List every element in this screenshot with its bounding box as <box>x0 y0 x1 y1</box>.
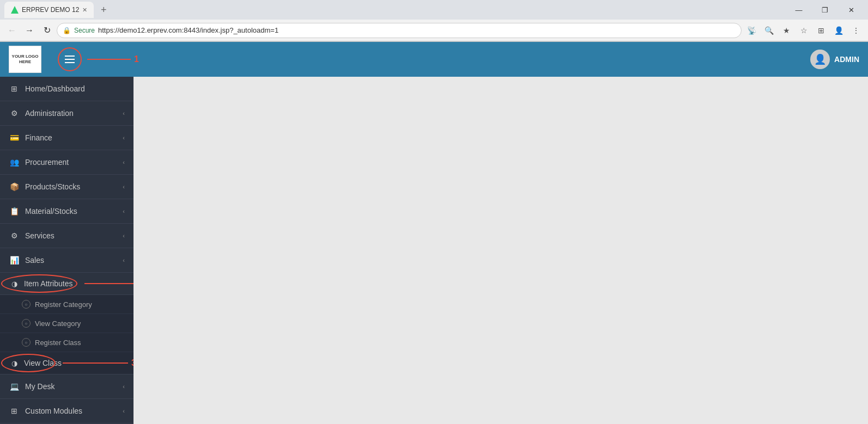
sidebar-item-services[interactable]: ⚙ Services ‹ <box>0 224 133 248</box>
admin-label: ADMIN <box>834 55 859 64</box>
secure-icon: 🔒 <box>63 27 71 34</box>
sidebar-item-home[interactable]: ⊞ Home/Dashboard <box>0 77 133 101</box>
chevron-icon: ‹ <box>123 257 125 263</box>
zoom-button[interactable]: 🔍 <box>761 23 776 38</box>
url-text: https://demo12.erprev.com:8443/index.jsp… <box>98 26 736 34</box>
sidebar-item-label: Products/Stocks <box>25 182 123 191</box>
annotation-2: 2 <box>84 279 133 288</box>
sidebar-subitem-view-category[interactable]: ○ View Category <box>0 314 133 333</box>
material-icon: 📋 <box>9 206 20 217</box>
content-area <box>133 77 868 424</box>
browser-tab[interactable]: ERPREV DEMO 12 ✕ <box>4 2 94 18</box>
sidebar-item-label: Sales <box>25 256 123 265</box>
sidebar-item-label: My Desk <box>25 382 123 391</box>
address-bar[interactable]: 🔒 Secure https://demo12.erprev.com:8443/… <box>57 23 742 38</box>
services-icon: ⚙ <box>9 230 20 241</box>
hamburger-line-1 <box>65 56 75 57</box>
sidebar-subitem-view-class[interactable]: ◑ View Class 3 <box>0 352 133 374</box>
tab-title: ERPREV DEMO 12 <box>22 6 79 14</box>
home-icon: ⊞ <box>9 83 20 94</box>
sidebar-item-label: View Class <box>24 359 62 367</box>
logo-text: YOUR LOGO HERE <box>9 54 41 64</box>
back-button[interactable]: ← <box>4 23 20 38</box>
annotation-number-3: 3 <box>131 358 133 368</box>
close-button[interactable]: ✕ <box>839 0 864 20</box>
chevron-icon: ‹ <box>123 159 125 165</box>
annotation-line-3 <box>63 362 128 364</box>
chevron-icon: ‹ <box>123 208 125 214</box>
user-avatar: 👤 <box>810 50 830 69</box>
cast-button[interactable]: 📡 <box>744 23 759 38</box>
chevron-icon: ‹ <box>123 232 125 239</box>
browser-title-bar: ERPREV DEMO 12 ✕ + — ❐ ✕ <box>0 0 868 20</box>
tab-close-button[interactable]: ✕ <box>82 7 87 14</box>
sidebar-item-custom-modules[interactable]: ⊞ Custom Modules ‹ <box>0 399 133 423</box>
sidebar-item-label: Procurement <box>25 158 123 167</box>
minimize-button[interactable]: — <box>786 0 811 20</box>
logo: YOUR LOGO HERE <box>9 46 41 73</box>
sidebar-subitem-label: View Category <box>35 319 81 328</box>
procurement-icon: 👥 <box>9 157 20 168</box>
secure-text: Secure <box>74 27 95 34</box>
register-class-icon: ○ <box>22 338 31 347</box>
view-category-icon: ○ <box>22 319 31 328</box>
chevron-icon: ‹ <box>123 183 125 190</box>
chevron-icon: ‹ <box>123 134 125 141</box>
sidebar-subitem-register-category[interactable]: ○ Register Category <box>0 295 133 314</box>
nav-icons-right: 📡 🔍 ★ ☆ ⊞ 👤 ⋮ <box>744 23 864 38</box>
chevron-icon: ‹ <box>123 110 125 116</box>
forward-button[interactable]: → <box>22 23 37 38</box>
chevron-icon: ‹ <box>123 383 125 390</box>
item-attributes-icon: ◑ <box>9 278 20 289</box>
annotation-line-2 <box>84 283 133 284</box>
sidebar-subitem-label: Register Category <box>35 300 92 309</box>
register-category-icon: ○ <box>22 300 31 309</box>
sidebar-item-finance[interactable]: 💳 Finance ‹ <box>0 126 133 150</box>
new-tab-button[interactable]: + <box>96 2 111 17</box>
products-icon: 📦 <box>9 181 20 192</box>
sidebar-item-administration[interactable]: ⚙ Administration ‹ <box>0 101 133 126</box>
my-desk-icon: 💻 <box>9 381 20 392</box>
browser-nav-bar: ← → ↻ 🔒 Secure https://demo12.erprev.com… <box>0 20 868 41</box>
header-right: 👤 ADMIN <box>810 50 859 69</box>
sidebar-item-sales[interactable]: 📊 Sales ‹ <box>0 248 133 273</box>
sidebar-subitem-label: Register Class <box>35 339 81 347</box>
sales-icon: 📊 <box>9 255 20 266</box>
hamburger-line-2 <box>65 59 75 60</box>
restore-button[interactable]: ❐ <box>812 0 837 20</box>
star-button[interactable]: ☆ <box>796 23 811 38</box>
app-container: YOUR LOGO HERE 1 👤 ADMIN ⊞ Home/Dashboar… <box>0 42 868 424</box>
reload-button[interactable]: ↻ <box>39 23 54 38</box>
account-button[interactable]: 👤 <box>831 23 846 38</box>
sidebar-subitem-register-class[interactable]: ○ Register Class <box>0 333 133 352</box>
sidebar-item-label: Item Attributes <box>24 279 72 288</box>
browser-chrome: ERPREV DEMO 12 ✕ + — ❐ ✕ ← → ↻ 🔒 Secure … <box>0 0 868 42</box>
custom-modules-icon: ⊞ <box>9 405 20 416</box>
sidebar-item-label: Custom Modules <box>25 407 123 415</box>
sidebar-item-label: Home/Dashboard <box>25 84 125 93</box>
main-content: ⊞ Home/Dashboard ⚙ Administration ‹ 💳 Fi… <box>0 77 868 424</box>
menu-toggle-button[interactable] <box>58 47 82 71</box>
menu-button[interactable]: ⋮ <box>848 23 864 38</box>
app-header: YOUR LOGO HERE 1 👤 ADMIN <box>0 42 868 77</box>
annotation-1: 1 <box>87 54 139 64</box>
extensions-button[interactable]: ⊞ <box>814 23 829 38</box>
finance-icon: 💳 <box>9 132 20 143</box>
sidebar-item-procurement[interactable]: 👥 Procurement ‹ <box>0 150 133 175</box>
sidebar-item-material-stocks[interactable]: 📋 Material/Stocks ‹ <box>0 199 133 224</box>
bookmark-tools-button[interactable]: ★ <box>779 23 794 38</box>
view-class-icon: ◑ <box>9 358 20 368</box>
sidebar-item-label: Finance <box>25 133 123 142</box>
sidebar-item-products-stocks[interactable]: 📦 Products/Stocks ‹ <box>0 175 133 199</box>
administration-icon: ⚙ <box>9 108 20 119</box>
sidebar-item-item-attributes[interactable]: ◑ Item Attributes 2 <box>0 273 133 295</box>
hamburger-line-3 <box>65 62 75 63</box>
annotation-3: 3 <box>63 358 133 368</box>
sidebar-item-label: Services <box>25 231 123 240</box>
sidebar-item-my-desk[interactable]: 💻 My Desk ‹ <box>0 374 133 399</box>
chevron-icon: ‹ <box>123 408 125 414</box>
sidebar-item-label: Administration <box>25 109 123 118</box>
annotation-line-1 <box>87 59 131 60</box>
tab-favicon <box>11 6 19 14</box>
sidebar: ⊞ Home/Dashboard ⚙ Administration ‹ 💳 Fi… <box>0 77 133 424</box>
